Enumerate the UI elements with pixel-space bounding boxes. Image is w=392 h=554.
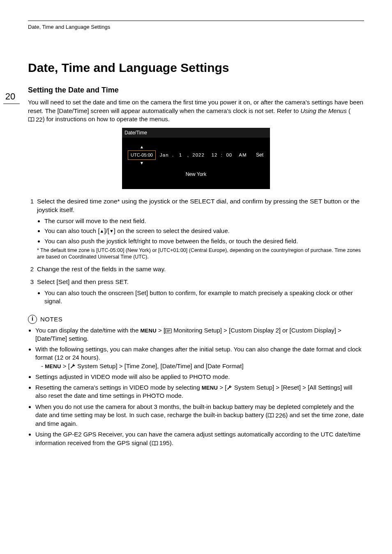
utc-value-box: UTC-05:00 [128, 150, 156, 160]
page-number: 20 [0, 90, 21, 103]
triangle-up-icon: ▲ [140, 145, 144, 149]
wrench-icon [70, 363, 76, 369]
note-item: Settings adjusted in VIDEO mode will als… [35, 373, 364, 381]
header-rule [28, 21, 364, 21]
book-open-icon [267, 413, 274, 418]
camera-screen-title: Date/Time [122, 128, 270, 138]
step-bullet: You can also touch the onscreen [Set] bu… [44, 289, 364, 306]
note-item: You can display the date/time with the M… [35, 326, 364, 343]
step-number: 2 [28, 265, 34, 276]
step-number: 1 [28, 197, 34, 263]
notes-label: NOTES [40, 315, 62, 323]
step-footnote: * The default time zone is [UTC-05:00] (… [37, 247, 364, 261]
menu-word: MENU [202, 385, 218, 391]
running-head: Date, Time and Language Settings [28, 23, 364, 31]
monitor-icon [165, 328, 172, 333]
page-number-block: 20 [0, 90, 21, 104]
steps-list: 1 Select the desired time zone* using th… [28, 197, 364, 307]
book-open-icon [152, 441, 158, 446]
note-item: Using the GP-E2 GPS Receiver, you can ha… [35, 430, 364, 447]
camera-city-label: New York [128, 171, 264, 178]
step-item: 3 Select [Set] and then press SET. You c… [28, 278, 364, 307]
note-subitem: - MENU > [ System Setup] > [Time Zone], … [35, 362, 364, 370]
camera-screen-body: ▲ UTC-05:00 ▼ Jan . 1 , 2022 12 : 00 AM … [122, 138, 270, 180]
step-head: Change the rest of the fields in the sam… [37, 265, 364, 274]
page-reference: 22 [28, 115, 43, 124]
step-item: 1 Select the desired time zone* using th… [28, 197, 364, 263]
step-bullet: You can also push the joystick left/righ… [44, 237, 364, 245]
step-bullet: You can also touch [▲]/[▼] on the screen… [44, 227, 364, 235]
info-icon: i [28, 315, 37, 324]
wrench-icon [226, 385, 232, 390]
page-number-rule [3, 104, 20, 104]
book-open-icon [28, 117, 35, 122]
note-item: With the following settings, you can mak… [35, 345, 364, 370]
step-number: 3 [28, 278, 34, 307]
triangle-up-icon: ▲ [100, 228, 104, 234]
note-item: When you do not use the camera for about… [35, 403, 364, 428]
page-reference: 195 [152, 439, 170, 447]
intro-text-2: ( [348, 107, 350, 114]
page-reference-number: 22 [36, 115, 43, 124]
step-bullet: The cursor will move to the next field. [44, 217, 364, 225]
intro-italic: Using the Menus [300, 107, 347, 114]
intro-text-3: ) for instructions on how to operate the… [43, 115, 170, 122]
triangle-down-icon: ▼ [140, 161, 144, 165]
page-title: Date, Time and Language Settings [28, 60, 364, 76]
step-head: Select the desired time zone* using the … [37, 197, 364, 215]
manual-page: Date, Time and Language Settings 20 Date… [0, 0, 392, 554]
camera-set-label: Set [251, 152, 264, 158]
page-reference-number: 226 [275, 411, 286, 420]
utc-stepper: ▲ UTC-05:00 ▼ [128, 145, 156, 165]
menu-word: MENU [45, 363, 61, 369]
step-head: Select [Set] and then press SET. [37, 278, 364, 286]
triangle-down-icon: ▼ [109, 228, 114, 234]
intro-paragraph: You will need to set the date and time o… [28, 98, 364, 124]
step-item: 2 Change the rest of the fields in the s… [28, 265, 364, 276]
camera-date-line: Jan . 1 , 2022 12 : 00 AM [160, 152, 247, 159]
notes-section: i NOTES You can display the date/time wi… [28, 315, 364, 448]
camera-screen-mockup: Date/Time ▲ UTC-05:00 ▼ Jan . 1 , 2022 1… [122, 128, 270, 189]
note-item: Resetting the camera's settings in VIDEO… [35, 383, 364, 400]
page-reference-number: 195 [159, 439, 170, 447]
section-title: Setting the Date and Time [28, 85, 364, 95]
page-reference: 226 [267, 411, 286, 420]
menu-word: MENU [140, 328, 156, 334]
